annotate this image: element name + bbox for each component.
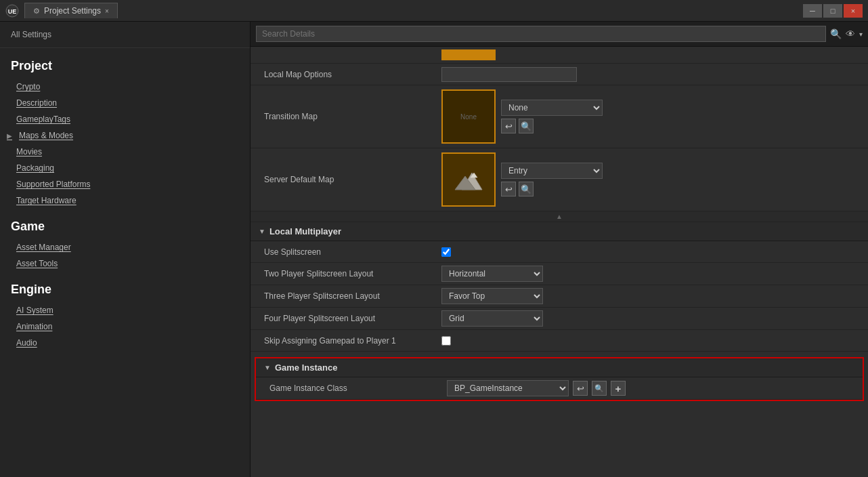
project-section-label: Project	[0, 48, 250, 79]
local-map-options-label: Local Map Options	[259, 70, 441, 79]
game-instance-search-button[interactable]: 🔍	[592, 381, 607, 396]
server-default-map-thumbnail	[441, 152, 496, 207]
four-player-dropdown[interactable]: Grid	[441, 310, 543, 327]
transition-map-search-button[interactable]: 🔍	[519, 119, 534, 133]
local-map-options-row: Local Map Options	[251, 64, 868, 85]
local-map-options-input[interactable]	[441, 67, 577, 82]
description-label: Description	[16, 98, 57, 108]
game-section-label: Game	[0, 209, 250, 239]
target-hardware-label: Target Hardware	[16, 196, 77, 205]
three-player-splitscreen-row: Three Player Splitscreen Layout Favor To…	[251, 285, 868, 308]
skip-gamepad-label: Skip Assigning Gamepad to Player 1	[259, 336, 441, 346]
game-instance-class-dropdown[interactable]: BP_GameInstance	[447, 380, 569, 396]
search-icon[interactable]: 🔍	[830, 28, 842, 39]
skip-gamepad-checkbox[interactable]	[441, 336, 451, 346]
sidebar-item-gameplaytags[interactable]: GameplayTags	[0, 111, 250, 127]
use-splitscreen-checkbox[interactable]	[441, 247, 451, 257]
search-input[interactable]	[256, 26, 826, 42]
engine-section-label: Engine	[0, 272, 250, 302]
transition-map-row: Transition Map None None ↩ 🔍	[251, 85, 868, 148]
three-player-label: Three Player Splitscreen Layout	[259, 291, 441, 301]
game-instance-class-value: BP_GameInstance ↩ 🔍 +	[447, 380, 854, 396]
eye-icon[interactable]: 👁	[846, 28, 855, 39]
close-tab-button[interactable]: ×	[105, 7, 109, 15]
sidebar-item-maps-modes[interactable]: ▶ Maps & Modes	[0, 127, 250, 144]
transition-map-thumbnail: None	[441, 89, 496, 144]
server-default-map-controls: Entry ↩ 🔍	[501, 163, 603, 196]
sidebar-item-supported-platforms[interactable]: Supported Platforms	[0, 176, 250, 192]
svg-text:UE: UE	[8, 8, 17, 15]
asset-tools-label: Asset Tools	[16, 259, 58, 268]
skip-gamepad-row: Skip Assigning Gamepad to Player 1	[251, 330, 868, 352]
sidebar-item-ai-system[interactable]: AI System	[0, 302, 250, 318]
content-area: 🔍 👁 ▾ Local Map Options Tran	[251, 22, 868, 477]
transition-map-value: None None ↩ 🔍	[441, 89, 860, 144]
sidebar-item-movies[interactable]: Movies	[0, 144, 250, 160]
sidebar-item-crypto[interactable]: Crypto	[0, 79, 250, 95]
game-instance-section-header[interactable]: ▼ Game Instance	[256, 358, 863, 377]
chevron-down-icon[interactable]: ▾	[859, 30, 863, 38]
maps-modes-label: Maps & Modes	[19, 131, 73, 140]
three-player-value: Favor Top	[441, 288, 860, 304]
packaging-label: Packaging	[16, 163, 54, 173]
window-controls: ─ □ ×	[803, 4, 863, 18]
transition-map-reset-button[interactable]: ↩	[501, 119, 516, 133]
game-instance-class-row: Game Instance Class BP_GameInstance ↩ 🔍 …	[256, 377, 863, 400]
sidebar-item-animation[interactable]: Animation	[0, 318, 250, 335]
tab-label: Project Settings	[44, 6, 101, 16]
game-instance-reset-button[interactable]: ↩	[573, 381, 588, 396]
use-splitscreen-label: Use Splitscreen	[259, 247, 441, 257]
asset-manager-label: Asset Manager	[16, 243, 71, 252]
three-player-dropdown[interactable]: Favor Top	[441, 288, 543, 304]
all-settings-link[interactable]: All Settings	[0, 22, 250, 48]
transition-map-dropdown[interactable]: None	[501, 100, 603, 116]
close-window-button[interactable]: ×	[844, 4, 863, 18]
project-settings-tab[interactable]: ⚙ Project Settings ×	[24, 3, 118, 18]
title-bar: UE ⚙ Project Settings × ─ □ ×	[0, 0, 868, 22]
two-player-splitscreen-row: Two Player Splitscreen Layout Horizontal	[251, 263, 868, 285]
two-player-value: Horizontal	[441, 266, 860, 282]
minimize-button[interactable]: ─	[803, 4, 822, 18]
gameplaytags-label: GameplayTags	[16, 115, 70, 124]
search-bar: 🔍 👁 ▾	[251, 22, 868, 47]
partial-top-row	[251, 47, 868, 64]
game-instance-class-label: Game Instance Class	[264, 383, 447, 393]
settings-scroll: Local Map Options Transition Map None No…	[251, 47, 868, 477]
transition-map-buttons: ↩ 🔍	[501, 119, 603, 133]
main-layout: All Settings Project Crypto Description …	[0, 22, 868, 477]
sidebar-item-asset-tools[interactable]: Asset Tools	[0, 255, 250, 272]
sidebar-item-asset-manager[interactable]: Asset Manager	[0, 239, 250, 255]
local-multiplayer-title: Local Multiplayer	[269, 226, 341, 236]
skip-gamepad-value	[441, 336, 860, 346]
transition-map-controls: None ↩ 🔍	[501, 100, 603, 133]
four-player-value: Grid	[441, 310, 860, 327]
sidebar-item-description[interactable]: Description	[0, 95, 250, 111]
crypto-label: Crypto	[16, 82, 40, 91]
ue-logo: UE	[5, 4, 19, 18]
server-default-map-dropdown[interactable]: Entry	[501, 163, 603, 179]
gear-icon: ⚙	[33, 7, 40, 16]
four-player-splitscreen-row: Four Player Splitscreen Layout Grid	[251, 308, 868, 330]
server-default-map-row: Server Default Map Entry	[251, 148, 868, 211]
local-multiplayer-section-header[interactable]: ▼ Local Multiplayer	[251, 222, 868, 241]
local-multiplayer-collapse-icon: ▼	[259, 228, 265, 235]
server-default-map-buttons: ↩ 🔍	[501, 182, 603, 196]
game-instance-title: Game Instance	[275, 362, 338, 373]
two-player-dropdown[interactable]: Horizontal	[441, 266, 543, 282]
supported-platforms-label: Supported Platforms	[16, 180, 90, 189]
local-map-options-value	[441, 67, 860, 82]
use-splitscreen-value	[441, 247, 860, 257]
maximize-button[interactable]: □	[823, 4, 842, 18]
game-instance-section: ▼ Game Instance Game Instance Class BP_G…	[255, 357, 864, 401]
maps-arrow-icon: ▶	[7, 132, 12, 140]
server-default-map-value: Entry ↩ 🔍	[441, 152, 860, 207]
sidebar-item-audio[interactable]: Audio	[0, 335, 250, 351]
game-instance-add-button[interactable]: +	[611, 381, 626, 396]
server-default-map-search-button[interactable]: 🔍	[519, 182, 534, 196]
sidebar-item-packaging[interactable]: Packaging	[0, 160, 250, 176]
use-splitscreen-row: Use Splitscreen	[251, 241, 868, 263]
server-default-map-reset-button[interactable]: ↩	[501, 182, 516, 196]
movies-label: Movies	[16, 147, 42, 157]
sidebar-item-target-hardware[interactable]: Target Hardware	[0, 192, 250, 209]
game-instance-collapse-icon: ▼	[264, 364, 271, 371]
